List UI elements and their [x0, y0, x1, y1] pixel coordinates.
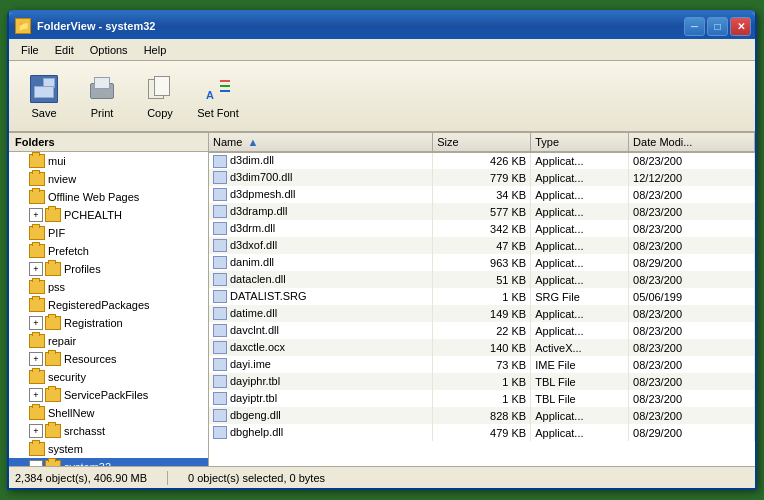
file-size-cell: 828 KB [433, 407, 531, 424]
file-icon [213, 392, 227, 405]
folder-item-repair[interactable]: repair [9, 332, 208, 350]
file-size-cell: 47 KB [433, 237, 531, 254]
table-row[interactable]: daxctle.ocx 140 KB ActiveX... 08/23/200 [209, 339, 755, 356]
window-title: FolderView - system32 [37, 20, 155, 32]
table-row[interactable]: dbgeng.dll 828 KB Applicat... 08/23/200 [209, 407, 755, 424]
main-area: Folders mui nview Offline Web Pages + [9, 133, 755, 466]
folder-item-registration[interactable]: + Registration [9, 314, 208, 332]
file-date-cell: 08/23/200 [629, 322, 755, 339]
folder-name: PCHEALTH [64, 209, 122, 221]
menu-file[interactable]: File [13, 42, 47, 58]
copy-button[interactable]: Copy [133, 66, 187, 126]
folder-item-shellnew[interactable]: ShellNew [9, 404, 208, 422]
folder-icon [45, 316, 61, 330]
file-name-cell: d3dim700.dll [209, 169, 433, 186]
expand-btn[interactable]: + [29, 424, 43, 438]
file-name-cell: d3dramp.dll [209, 203, 433, 220]
folder-list[interactable]: mui nview Offline Web Pages + PCHEALTH [9, 152, 208, 466]
folder-name: Registration [64, 317, 123, 329]
file-name-cell: d3dim.dll [209, 152, 433, 169]
col-header-size[interactable]: Size [433, 133, 531, 152]
table-row[interactable]: dataclen.dll 51 KB Applicat... 08/23/200 [209, 271, 755, 288]
folder-name: ServicePackFiles [64, 389, 148, 401]
setfont-button[interactable]: A Set Font [191, 66, 245, 126]
file-scroll[interactable]: Name ▲ Size Type Date Modi... d3dim.dll … [209, 133, 755, 466]
folder-item-resources[interactable]: + Resources [9, 350, 208, 368]
save-label: Save [31, 107, 56, 119]
file-type-cell: Applicat... [531, 424, 629, 441]
file-type-cell: IME File [531, 356, 629, 373]
expand-btn[interactable]: + [29, 316, 43, 330]
file-icon [213, 155, 227, 168]
maximize-button[interactable]: □ [707, 17, 728, 36]
folder-item-offline-web[interactable]: Offline Web Pages [9, 188, 208, 206]
folder-name: pss [48, 281, 65, 293]
folder-item-pss[interactable]: pss [9, 278, 208, 296]
file-type-cell: SRG File [531, 288, 629, 305]
table-row[interactable]: dayiphr.tbl 1 KB TBL File 08/23/200 [209, 373, 755, 390]
file-size-cell: 479 KB [433, 424, 531, 441]
expand-btn[interactable]: + [29, 208, 43, 222]
file-name-cell: dbgeng.dll [209, 407, 433, 424]
folder-icon [45, 262, 61, 276]
table-row[interactable]: d3dim700.dll 779 KB Applicat... 12/12/20… [209, 169, 755, 186]
folders-header: Folders [9, 133, 208, 152]
table-row[interactable]: DATALIST.SRG 1 KB SRG File 05/06/199 [209, 288, 755, 305]
file-type-cell: ActiveX... [531, 339, 629, 356]
folder-name: srchasst [64, 425, 105, 437]
folder-item-pif[interactable]: PIF [9, 224, 208, 242]
menu-options[interactable]: Options [82, 42, 136, 58]
folder-item-profiles[interactable]: + Profiles [9, 260, 208, 278]
expand-btn[interactable]: + [29, 352, 43, 366]
folder-item-mui[interactable]: mui [9, 152, 208, 170]
file-date-cell: 08/23/200 [629, 203, 755, 220]
col-header-type[interactable]: Type [531, 133, 629, 152]
table-row[interactable]: d3dramp.dll 577 KB Applicat... 08/23/200 [209, 203, 755, 220]
folder-item-pchealth[interactable]: + PCHEALTH [9, 206, 208, 224]
table-row[interactable]: datime.dll 149 KB Applicat... 08/23/200 [209, 305, 755, 322]
table-row[interactable]: d3dxof.dll 47 KB Applicat... 08/23/200 [209, 237, 755, 254]
table-row[interactable]: d3dim.dll 426 KB Applicat... 08/23/200 [209, 152, 755, 169]
file-date-cell: 08/29/200 [629, 424, 755, 441]
folder-name: PIF [48, 227, 65, 239]
folder-item-nview[interactable]: nview [9, 170, 208, 188]
folder-item-security[interactable]: security [9, 368, 208, 386]
folder-item-system[interactable]: system [9, 440, 208, 458]
table-row[interactable]: danim.dll 963 KB Applicat... 08/29/200 [209, 254, 755, 271]
folder-item-system32[interactable]: - system32 [9, 458, 208, 466]
folder-item-prefetch[interactable]: Prefetch [9, 242, 208, 260]
col-header-date[interactable]: Date Modi... [629, 133, 755, 152]
menu-edit[interactable]: Edit [47, 42, 82, 58]
folder-item-regpkg[interactable]: RegisteredPackages [9, 296, 208, 314]
expand-btn[interactable]: + [29, 388, 43, 402]
file-type-cell: Applicat... [531, 254, 629, 271]
table-row[interactable]: dayiptr.tbl 1 KB TBL File 08/23/200 [209, 390, 755, 407]
table-row[interactable]: davclnt.dll 22 KB Applicat... 08/23/200 [209, 322, 755, 339]
table-row[interactable]: dayi.ime 73 KB IME File 08/23/200 [209, 356, 755, 373]
file-type-cell: TBL File [531, 373, 629, 390]
file-date-cell: 08/23/200 [629, 220, 755, 237]
folder-item-srchasst[interactable]: + srchasst [9, 422, 208, 440]
file-date-cell: 08/23/200 [629, 152, 755, 169]
menu-help[interactable]: Help [136, 42, 175, 58]
file-type-cell: Applicat... [531, 220, 629, 237]
print-icon [86, 73, 118, 105]
minimize-button[interactable]: ─ [684, 17, 705, 36]
expand-btn[interactable]: + [29, 262, 43, 276]
title-bar-left: 📁 FolderView - system32 [15, 18, 155, 34]
close-button[interactable]: ✕ [730, 17, 751, 36]
file-size-cell: 779 KB [433, 169, 531, 186]
folder-icon [45, 388, 61, 402]
table-row[interactable]: dbghelp.dll 479 KB Applicat... 08/29/200 [209, 424, 755, 441]
folder-item-spfiles[interactable]: + ServicePackFiles [9, 386, 208, 404]
file-size-cell: 577 KB [433, 203, 531, 220]
folder-icon [29, 280, 45, 294]
save-button[interactable]: Save [17, 66, 71, 126]
table-row[interactable]: d3dpmesh.dll 34 KB Applicat... 08/23/200 [209, 186, 755, 203]
print-button[interactable]: Print [75, 66, 129, 126]
file-name-cell: dayi.ime [209, 356, 433, 373]
table-row[interactable]: d3drm.dll 342 KB Applicat... 08/23/200 [209, 220, 755, 237]
file-name-cell: d3dxof.dll [209, 237, 433, 254]
col-header-name[interactable]: Name ▲ [209, 133, 433, 152]
folder-name: Offline Web Pages [48, 191, 139, 203]
